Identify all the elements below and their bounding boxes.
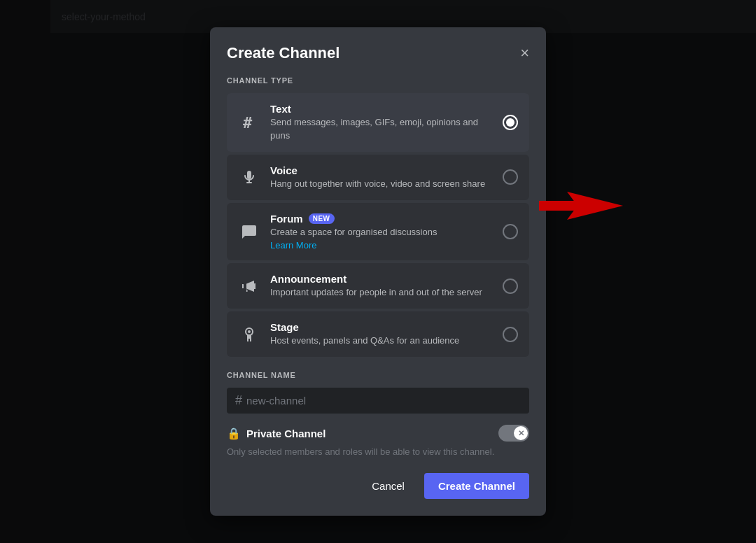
channel-type-label: CHANNEL TYPE [227, 76, 529, 85]
announcement-channel-desc: Important updates for people in and out … [270, 286, 496, 299]
voice-channel-icon [238, 166, 260, 188]
forum-channel-content: Forum NEW Create a space for organised d… [270, 213, 496, 251]
text-channel-desc: Send messages, images, GIFs, emoji, opin… [270, 116, 496, 141]
svg-point-3 [248, 330, 251, 333]
text-channel-content: Text Send messages, images, GIFs, emoji,… [270, 103, 496, 141]
lock-icon: 🔒 [227, 427, 241, 440]
stage-channel-title: Stage [270, 321, 496, 333]
channel-option-text[interactable]: # Text Send messages, images, GIFs, emoj… [227, 93, 529, 151]
create-channel-button[interactable]: Create Channel [424, 473, 529, 499]
channel-name-section: CHANNEL NAME # [227, 371, 529, 414]
cancel-button[interactable]: Cancel [360, 474, 416, 498]
announcement-channel-content: Announcement Important updates for peopl… [270, 273, 496, 299]
announcement-channel-title: Announcement [270, 273, 496, 285]
voice-radio[interactable] [503, 169, 518, 185]
channel-name-prefix: # [235, 393, 242, 408]
create-channel-modal: Create Channel × CHANNEL TYPE # Text [210, 27, 546, 515]
toggle-thumb: ✕ [514, 426, 528, 440]
modal-footer: Cancel Create Channel [227, 473, 529, 499]
modal-title: Create Channel [227, 44, 340, 62]
toggle-x-icon: ✕ [518, 429, 524, 438]
modal-header: Create Channel × [227, 44, 529, 62]
forum-radio[interactable] [503, 224, 518, 239]
voice-channel-title: Voice [270, 164, 496, 176]
text-channel-icon: # [238, 111, 260, 134]
new-badge: NEW [309, 213, 335, 224]
announcement-radio[interactable] [503, 278, 518, 294]
stage-radio[interactable] [503, 327, 518, 342]
modal-backdrop: Create Channel × CHANNEL TYPE # Text [0, 0, 756, 543]
private-channel-row: 🔒 Private Channel ✕ [227, 425, 529, 442]
stage-channel-content: Stage Host events, panels and Q&As for a… [270, 321, 496, 347]
channel-option-stage[interactable]: Stage Host events, panels and Q&As for a… [227, 311, 529, 357]
channel-option-forum[interactable]: Forum NEW Create a space for organised d… [227, 203, 529, 260]
announcement-channel-icon [238, 275, 260, 297]
svg-text:#: # [243, 114, 253, 131]
forum-channel-desc: Create a space for organised discussions [270, 226, 496, 239]
channel-option-announcement[interactable]: Announcement Important updates for peopl… [227, 263, 529, 309]
channel-name-input-wrapper: # [227, 388, 529, 414]
text-channel-title: Text [270, 103, 496, 115]
private-channel-label: 🔒 Private Channel [227, 427, 326, 440]
close-button[interactable]: × [520, 45, 529, 61]
arrow-annotation [539, 188, 623, 223]
channel-options-list: # Text Send messages, images, GIFs, emoj… [227, 93, 529, 357]
text-radio[interactable] [503, 115, 518, 130]
forum-channel-title: Forum NEW [270, 213, 496, 225]
voice-channel-desc: Hang out together with voice, video and … [270, 178, 496, 190]
forum-learn-more[interactable]: Learn More [270, 240, 496, 251]
stage-channel-icon [238, 323, 260, 346]
forum-channel-icon [238, 220, 260, 243]
stage-channel-desc: Host events, panels and Q&As for an audi… [270, 334, 496, 347]
private-channel-section: 🔒 Private Channel ✕ Only selected member… [227, 425, 529, 458]
channel-name-label: CHANNEL NAME [227, 371, 529, 379]
private-channel-toggle[interactable]: ✕ [498, 425, 529, 442]
channel-name-input[interactable] [246, 395, 521, 407]
private-channel-desc: Only selected members and roles will be … [227, 446, 529, 458]
voice-channel-content: Voice Hang out together with voice, vide… [270, 164, 496, 190]
modal-container: Create Channel × CHANNEL TYPE # Text [210, 27, 546, 515]
channel-option-voice[interactable]: Voice Hang out together with voice, vide… [227, 155, 529, 200]
